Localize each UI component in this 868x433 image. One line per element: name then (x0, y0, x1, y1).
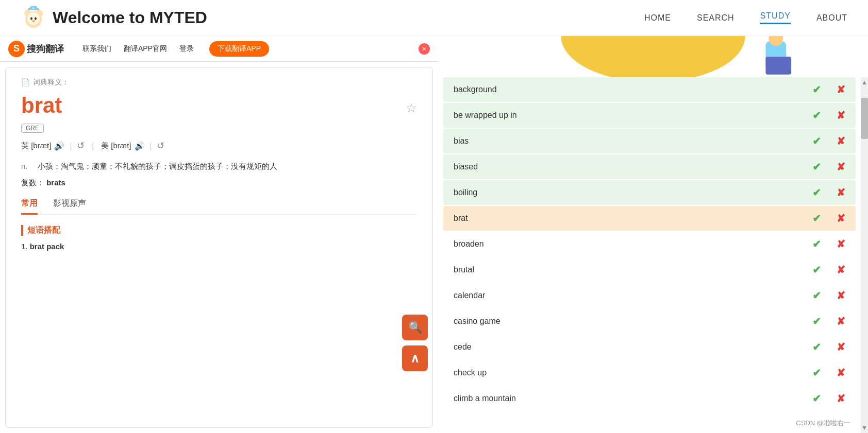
dict-content: 📄 词典释义： brat ☆ GRE 英 [bræt] 🔊 | ↺ | 美 [b… (5, 67, 433, 428)
nav-links: HOME SEARCH STUDY ABOUT (644, 11, 847, 24)
svg-point-10 (561, 36, 745, 77)
sogou-toolbar: S 搜狗翻译 联系我们 翻译APP官网 登录 下载翻译APP × (0, 36, 438, 62)
scroll-down-arrow-icon[interactable]: ▼ (861, 424, 867, 432)
nav-study[interactable]: STUDY (760, 11, 791, 24)
close-icon: × (422, 45, 426, 53)
cross-icon[interactable]: ✘ (837, 186, 845, 199)
check-icon[interactable]: ✔ (812, 367, 821, 379)
check-icon[interactable]: ✔ (812, 289, 821, 302)
check-icon[interactable]: ✔ (812, 161, 821, 173)
phrase-item-1: 1. brat pack (21, 242, 417, 251)
word-name: cede (454, 342, 812, 352)
word-row-climb-a-mountain[interactable]: climb a mountain ✔ ✘ (443, 386, 856, 411)
cross-icon[interactable]: ✘ (837, 238, 845, 250)
nav-about[interactable]: ABOUT (816, 13, 847, 23)
cross-icon[interactable]: ✘ (837, 264, 845, 276)
check-icon[interactable]: ✔ (812, 135, 821, 147)
word-row-be-wrapped-up-in[interactable]: be wrapped up in ✔ ✘ (443, 103, 856, 128)
word-row-brutal[interactable]: brutal ✔ ✘ (443, 257, 856, 282)
check-icon[interactable]: ✔ (812, 83, 821, 96)
logo-area: ★ Welcome to MYTED (21, 5, 207, 31)
check-icon[interactable]: ✔ (812, 341, 821, 353)
sogou-close-button[interactable]: × (419, 43, 430, 55)
sound-us-icon[interactable]: 🔊 (135, 141, 145, 151)
svg-point-6 (32, 20, 35, 22)
word-row-check-up[interactable]: check up ✔ ✘ (443, 360, 856, 385)
word-row-bias[interactable]: bias ✔ ✘ (443, 129, 856, 153)
sogou-login[interactable]: 登录 (179, 44, 194, 54)
phonetic-us: 美 [bræt] 🔊 | ↺ (101, 140, 164, 151)
svg-point-4 (30, 17, 32, 20)
cross-icon[interactable]: ✘ (837, 212, 845, 224)
word-row-cede[interactable]: cede ✔ ✘ (443, 335, 856, 359)
csdn-watermark: CSDN @啦啦右一 (796, 419, 850, 428)
cross-icon[interactable]: ✘ (837, 341, 845, 353)
word-name: background (454, 85, 812, 94)
replay-en-icon[interactable]: ↺ (77, 140, 85, 151)
section-phrases-title: 短语搭配 (21, 225, 417, 236)
right-scrollbar[interactable]: ▲ ▼ (861, 77, 868, 433)
sound-en-icon[interactable]: 🔊 (54, 141, 64, 151)
float-search-button[interactable]: 🔍 (402, 315, 428, 340)
phonetic-en: 英 [bræt] 🔊 | ↺ (21, 140, 85, 151)
cross-icon[interactable]: ✘ (837, 392, 845, 405)
svg-rect-13 (765, 57, 791, 75)
word-row-broaden[interactable]: broaden ✔ ✘ (443, 232, 856, 256)
plural-label: 复数： (21, 178, 44, 187)
word-name: be wrapped up in (454, 111, 812, 120)
book-icon: 📄 (21, 78, 30, 86)
cross-icon[interactable]: ✘ (837, 315, 845, 327)
phrase-number-1: 1. (21, 242, 28, 251)
word-name: casino game (454, 317, 812, 326)
nav-search[interactable]: SEARCH (697, 13, 735, 23)
nav-home[interactable]: HOME (644, 13, 671, 23)
definition-text: 小孩；淘气鬼；顽童；不礼貌的孩子；调皮捣蛋的孩子；没有规矩的人 (38, 160, 277, 173)
cross-icon[interactable]: ✘ (837, 289, 845, 302)
cross-icon[interactable]: ✘ (837, 135, 845, 147)
sogou-logo: S 搜狗翻译 (8, 41, 64, 57)
word-name: biased (454, 162, 812, 171)
bear-logo-icon: ★ (21, 5, 46, 31)
check-icon[interactable]: ✔ (812, 315, 821, 327)
check-icon[interactable]: ✔ (812, 264, 821, 276)
check-icon[interactable]: ✔ (812, 212, 821, 224)
cross-icon[interactable]: ✘ (837, 109, 845, 122)
tab-movie[interactable]: 影视原声 (53, 198, 86, 214)
sogou-circle-icon: S (8, 41, 25, 57)
right-panel-inner: background ✔ ✘ be wrapped up in ✔ ✘ bias… (438, 77, 868, 433)
left-panel: S 搜狗翻译 联系我们 翻译APP官网 登录 下载翻译APP × 📄 词典释义：… (0, 36, 438, 433)
replay-us-icon[interactable]: ↺ (157, 140, 164, 151)
phrase-link-brat-pack[interactable]: brat pack (30, 242, 64, 251)
svg-point-3 (27, 12, 40, 25)
word-title: brat (21, 93, 62, 118)
cross-icon[interactable]: ✘ (837, 367, 845, 379)
check-icon[interactable]: ✔ (812, 109, 821, 122)
tab-common[interactable]: 常用 (21, 198, 38, 215)
cross-icon[interactable]: ✘ (837, 161, 845, 173)
sogou-link-contact[interactable]: 联系我们 (82, 44, 111, 54)
word-row-background[interactable]: background ✔ ✘ (443, 77, 856, 102)
cross-icon[interactable]: ✘ (837, 83, 845, 96)
word-row-boiling[interactable]: boiling ✔ ✘ (443, 180, 856, 205)
svg-point-5 (35, 17, 37, 20)
check-icon[interactable]: ✔ (812, 238, 821, 250)
scrollbar-thumb[interactable] (861, 98, 868, 139)
scroll-up-arrow-icon[interactable]: ▲ (861, 78, 867, 86)
sogou-nav-links: 联系我们 翻译APP官网 登录 (82, 44, 194, 54)
illustration-area (438, 36, 868, 77)
sogou-link-app[interactable]: 翻译APP官网 (124, 44, 167, 54)
word-name: brutal (454, 265, 812, 274)
word-name: broaden (454, 239, 812, 249)
star-favorite-icon[interactable]: ☆ (406, 101, 417, 115)
word-row-calendar[interactable]: calendar ✔ ✘ (443, 283, 856, 308)
word-row-brat[interactable]: brat ✔ ✘ (443, 206, 856, 231)
word-name: boiling (454, 188, 812, 197)
dict-section-label: 📄 词典释义： (21, 78, 417, 87)
sogou-download-button[interactable]: 下载翻译APP (209, 41, 269, 57)
check-icon[interactable]: ✔ (812, 186, 821, 199)
word-row-casino-game[interactable]: casino game ✔ ✘ (443, 309, 856, 334)
check-icon[interactable]: ✔ (812, 392, 821, 405)
word-name: brat (454, 214, 812, 223)
float-up-button[interactable]: ∧ (402, 345, 428, 371)
word-row-biased[interactable]: biased ✔ ✘ (443, 154, 856, 179)
